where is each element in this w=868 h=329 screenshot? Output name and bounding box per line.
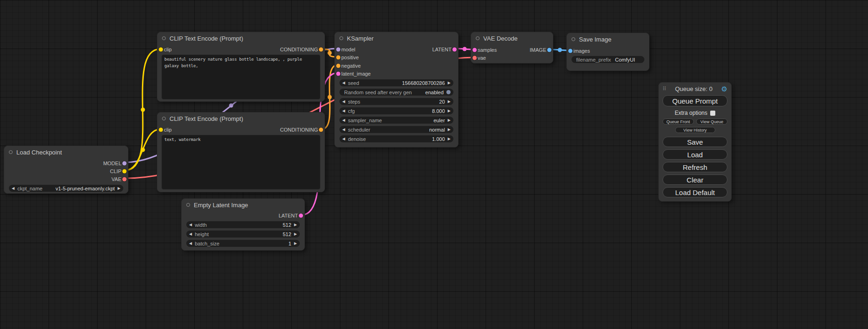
input-label-latent-image: latent_image xyxy=(341,71,371,77)
combo-right-icon[interactable]: ▶ xyxy=(294,223,297,227)
node-load-checkpoint[interactable]: Load Checkpoint MODEL CLIP VAE ◀ ckpt_na… xyxy=(4,146,128,194)
conditioning-output-slot[interactable] xyxy=(319,48,323,52)
filename-prefix-widget[interactable]: filename_prefix ComfyUI xyxy=(572,56,644,63)
load-button[interactable]: Load xyxy=(663,149,727,160)
combo-right-icon[interactable]: ▶ xyxy=(448,128,451,132)
wire-midpoint-dot[interactable] xyxy=(328,51,332,55)
seed-widget[interactable]: ◀ seed 156680208700286 ▶ xyxy=(339,79,453,86)
toggle-dot-icon[interactable] xyxy=(446,90,451,94)
node-header[interactable]: VAE Decode xyxy=(471,32,553,44)
latent-output-slot[interactable] xyxy=(452,47,457,51)
random-seed-toggle-widget[interactable]: Random seed after every gen enabled xyxy=(339,89,453,96)
drag-handle-icon[interactable]: ⠿ xyxy=(663,86,666,92)
latent-output-slot[interactable] xyxy=(299,214,303,218)
node-clip-text-encode-positive[interactable]: CLIP Text Encode (Prompt) clip CONDITION… xyxy=(157,32,325,102)
combo-right-icon[interactable]: ▶ xyxy=(448,137,451,141)
collapse-dot-icon[interactable] xyxy=(476,36,480,40)
height-widget[interactable]: ◀ height 512 ▶ xyxy=(186,231,300,238)
clip-output-slot[interactable] xyxy=(122,169,127,173)
clear-button[interactable]: Clear xyxy=(663,175,727,185)
wire-midpoint-dot[interactable] xyxy=(328,95,332,99)
model-output-slot[interactable] xyxy=(122,161,127,165)
combo-left-icon[interactable]: ◀ xyxy=(342,100,345,104)
wire-midpoint-dot[interactable] xyxy=(463,47,467,51)
node-empty-latent-image[interactable]: Empty Latent Image LATENT ◀ width 512 ▶ … xyxy=(181,198,305,251)
wire-midpoint-dot[interactable] xyxy=(141,108,145,112)
node-header[interactable]: CLIP Text Encode (Prompt) xyxy=(157,32,325,44)
collapse-dot-icon[interactable] xyxy=(572,37,575,41)
node-header[interactable]: Save Image xyxy=(567,33,649,45)
combo-right-icon[interactable]: ▶ xyxy=(448,81,451,85)
width-widget[interactable]: ◀ width 512 ▶ xyxy=(186,221,300,228)
comfyui-canvas[interactable]: { "canvas": {"background": "#1f1f1f"}, "… xyxy=(0,0,868,329)
slot-row-samples: samples IMAGE xyxy=(471,46,553,54)
queue-prompt-button[interactable]: Queue Prompt xyxy=(663,95,727,106)
combo-left-icon[interactable]: ◀ xyxy=(342,109,345,113)
combo-left-icon[interactable]: ◀ xyxy=(342,137,345,141)
collapse-dot-icon[interactable] xyxy=(186,203,190,207)
combo-left-icon[interactable]: ◀ xyxy=(342,128,345,132)
image-output-slot[interactable] xyxy=(547,48,551,52)
combo-right-icon[interactable]: ▶ xyxy=(118,187,120,190)
sampler-name-widget[interactable]: ◀ sampler_name euler ▶ xyxy=(339,117,453,124)
samples-input-slot[interactable] xyxy=(473,48,477,52)
combo-left-icon[interactable]: ◀ xyxy=(189,242,192,245)
wire-midpoint-dot[interactable] xyxy=(141,148,145,152)
node-clip-text-encode-negative[interactable]: CLIP Text Encode (Prompt) clip CONDITION… xyxy=(157,112,325,192)
wire-midpoint-dot[interactable] xyxy=(558,48,562,52)
cfg-widget[interactable]: ◀ cfg 8.000 ▶ xyxy=(339,107,453,114)
latent-image-input-slot[interactable] xyxy=(336,72,340,76)
combo-right-icon[interactable]: ▶ xyxy=(448,100,451,104)
node-title: CLIP Text Encode (Prompt) xyxy=(169,115,243,122)
denoise-widget[interactable]: ◀ denoise 1.000 ▶ xyxy=(339,135,453,142)
prompt-textarea[interactable]: beautiful scenery nature glass bottle la… xyxy=(162,55,320,99)
collapse-dot-icon[interactable] xyxy=(162,36,166,40)
extra-options-checkbox[interactable] xyxy=(710,111,715,116)
settings-gear-icon[interactable]: ⚙ xyxy=(721,85,727,92)
node-ksampler[interactable]: KSampler model LATENT positive negative … xyxy=(334,32,459,147)
steps-widget[interactable]: ◀ steps 20 ▶ xyxy=(339,98,453,105)
combo-left-icon[interactable]: ◀ xyxy=(342,119,345,122)
node-save-image[interactable]: Save Image images filename_prefix ComfyU… xyxy=(566,33,649,71)
node-vae-decode[interactable]: VAE Decode samples IMAGE vae xyxy=(471,32,553,63)
load-default-button[interactable]: Load Default xyxy=(663,187,727,197)
queue-front-button[interactable]: Queue Front xyxy=(663,119,694,125)
prompt-textarea[interactable]: text, watermark xyxy=(162,135,320,189)
node-header[interactable]: KSampler xyxy=(335,32,458,44)
ckpt-name-widget[interactable]: ◀ ckpt_name v1-5-pruned-emaonly.ckpt ▶ xyxy=(9,185,123,192)
clip-input-slot[interactable] xyxy=(159,128,163,132)
refresh-button[interactable]: Refresh xyxy=(663,162,727,172)
clip-input-slot[interactable] xyxy=(159,48,163,52)
combo-left-icon[interactable]: ◀ xyxy=(189,232,192,236)
combo-left-icon[interactable]: ◀ xyxy=(12,187,14,190)
wire-midpoint-dot[interactable] xyxy=(229,104,233,108)
positive-input-slot[interactable] xyxy=(336,56,340,60)
node-header[interactable]: Empty Latent Image xyxy=(182,199,304,211)
combo-left-icon[interactable]: ◀ xyxy=(189,223,192,227)
node-title: Empty Latent Image xyxy=(194,202,248,209)
combo-left-icon[interactable]: ◀ xyxy=(342,81,345,85)
batch-size-widget[interactable]: ◀ batch_size 1 ▶ xyxy=(186,240,300,247)
images-input-slot[interactable] xyxy=(568,49,572,53)
scheduler-widget[interactable]: ◀ scheduler normal ▶ xyxy=(339,126,453,133)
combo-right-icon[interactable]: ▶ xyxy=(448,109,451,113)
vae-input-slot[interactable] xyxy=(473,56,477,60)
node-header[interactable]: Load Checkpoint xyxy=(4,146,128,158)
slot-row-model: model LATENT xyxy=(335,45,458,54)
save-button[interactable]: Save xyxy=(663,137,727,147)
model-input-slot[interactable] xyxy=(336,47,340,51)
negative-input-slot[interactable] xyxy=(336,63,340,68)
collapse-dot-icon[interactable] xyxy=(339,36,343,40)
combo-right-icon[interactable]: ▶ xyxy=(448,119,451,122)
vae-output-slot[interactable] xyxy=(122,177,127,181)
view-history-button[interactable]: View History xyxy=(675,127,715,133)
collapse-dot-icon[interactable] xyxy=(9,150,13,154)
combo-right-icon[interactable]: ▶ xyxy=(294,232,297,236)
combo-right-icon[interactable]: ▶ xyxy=(294,242,297,245)
collapse-dot-icon[interactable] xyxy=(162,117,166,120)
view-queue-button[interactable]: View Queue xyxy=(696,119,727,125)
widget-label: denoise xyxy=(348,136,366,142)
widget-label: height xyxy=(195,231,209,237)
conditioning-output-slot[interactable] xyxy=(319,128,323,132)
node-header[interactable]: CLIP Text Encode (Prompt) xyxy=(157,112,325,125)
